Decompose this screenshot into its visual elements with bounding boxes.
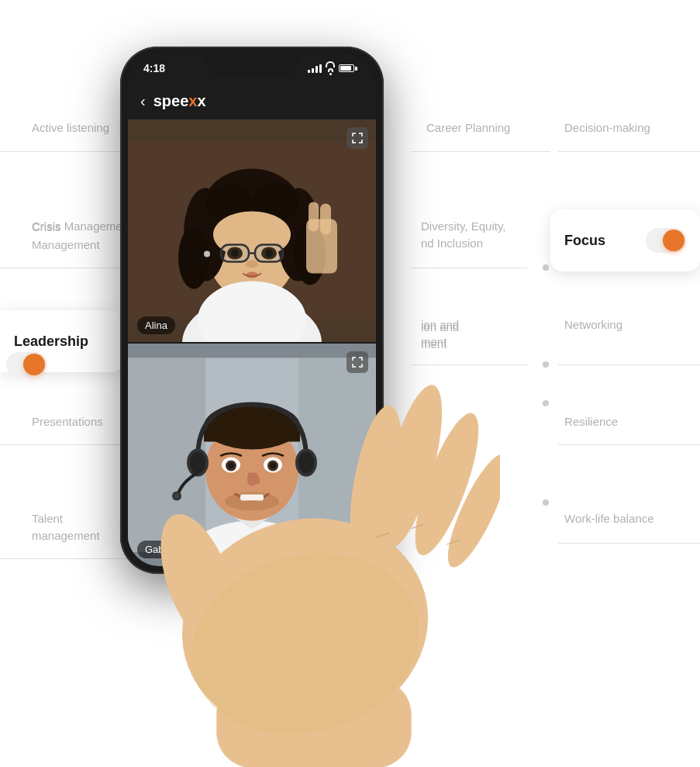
app-header: ‹ speexx [128, 82, 376, 119]
divider-9 [558, 444, 700, 445]
divider-dot-3 [543, 400, 549, 406]
alina-name-label: Alina [137, 316, 175, 334]
skill-talent-2: management [32, 529, 100, 542]
svg-point-57 [437, 447, 500, 573]
svg-rect-37 [204, 427, 300, 442]
skill-active-listening: Active listening [32, 121, 109, 134]
expand-svg [352, 133, 363, 143]
svg-rect-27 [309, 202, 319, 232]
gabriel-expand-icon[interactable] [347, 351, 368, 373]
battery-fill [340, 66, 351, 71]
svg-point-23 [246, 272, 258, 278]
gabriel-name-label: Gabriel [137, 541, 185, 558]
gabriel-expand-svg [352, 357, 363, 368]
svg-point-44 [270, 463, 276, 469]
svg-point-49 [298, 452, 314, 474]
signal-icon [308, 64, 322, 73]
skill-diversity-1: Diversity, Equity, [421, 219, 505, 233]
battery-icon [339, 64, 357, 72]
divider-7 [558, 364, 700, 365]
skill-decision-making: Decision-making [564, 121, 650, 134]
phone-screen: 4:18 [128, 54, 376, 566]
skill-innov-line2: ment [421, 337, 447, 351]
signal-bar-1 [308, 70, 310, 73]
battery-tip [355, 67, 357, 71]
divider-dot-2 [543, 361, 549, 368]
battery-body [339, 64, 354, 72]
focus-toggle[interactable] [646, 228, 686, 253]
svg-point-47 [190, 452, 205, 474]
wifi-icon [326, 61, 335, 75]
skill-diversity-2: nd Inclusion [421, 237, 483, 250]
divider-11 [558, 543, 700, 544]
divider-6 [411, 364, 527, 365]
svg-line-61 [412, 524, 425, 529]
divider-dot-4 [543, 499, 549, 506]
skill-innov-line1: ion and [421, 320, 459, 333]
skill-career-planning: Career Planning [426, 121, 510, 134]
gabriel-face-svg [128, 344, 376, 566]
alina-expand-icon[interactable] [347, 127, 368, 149]
svg-point-43 [228, 463, 234, 469]
wifi-arc-2 [328, 68, 333, 72]
phone-body: 4:18 [120, 47, 384, 574]
svg-rect-58 [216, 679, 411, 767]
svg-point-20 [231, 250, 239, 257]
video-panels: Alina [128, 119, 376, 566]
skill-resilience: Resilience [564, 415, 618, 428]
skill-crisis-mgmt-line1: Crisis [32, 220, 61, 233]
signal-bar-3 [316, 66, 318, 73]
skill-presentations: Presentations [32, 415, 103, 428]
svg-rect-45 [240, 495, 264, 501]
wifi-dot [329, 73, 332, 75]
svg-line-62 [447, 540, 460, 544]
app-title: speexx [153, 92, 206, 110]
svg-point-56 [403, 406, 491, 561]
signal-bar-2 [312, 68, 314, 73]
phone-notch [205, 54, 298, 76]
skill-networking: Networking [564, 318, 622, 331]
back-button[interactable]: ‹ [140, 92, 146, 110]
status-time: 4:18 [143, 62, 165, 74]
signal-bar-4 [319, 64, 322, 73]
app-title-x: x [188, 92, 197, 109]
wifi-arc-1 [326, 61, 335, 67]
divider-2 [411, 151, 550, 152]
video-panel-alina: Alina [128, 119, 376, 342]
divider-3 [558, 151, 700, 152]
svg-point-51 [174, 494, 179, 499]
alina-face-svg [128, 119, 376, 342]
focus-toggle-knob [663, 230, 684, 251]
leadership-toggle-visual [0, 341, 54, 388]
phone-mockup: 4:18 [120, 47, 407, 628]
divider-5 [411, 268, 527, 268]
svg-rect-26 [320, 204, 331, 235]
svg-point-8 [178, 227, 209, 289]
skill-talent-1: Talent [32, 512, 63, 525]
video-panel-gabriel: Gabriel [128, 342, 376, 566]
skill-work-life: Work-life balance [564, 512, 654, 525]
divider-dot-1 [543, 264, 549, 271]
svg-point-24 [204, 251, 210, 257]
focus-card-title: Focus [564, 233, 605, 249]
svg-point-21 [265, 250, 273, 257]
focus-card: Focus [550, 209, 700, 271]
svg-point-22 [246, 261, 258, 268]
skill-crisis-mgmt-line2: Management [32, 238, 100, 251]
status-icons [308, 61, 357, 75]
